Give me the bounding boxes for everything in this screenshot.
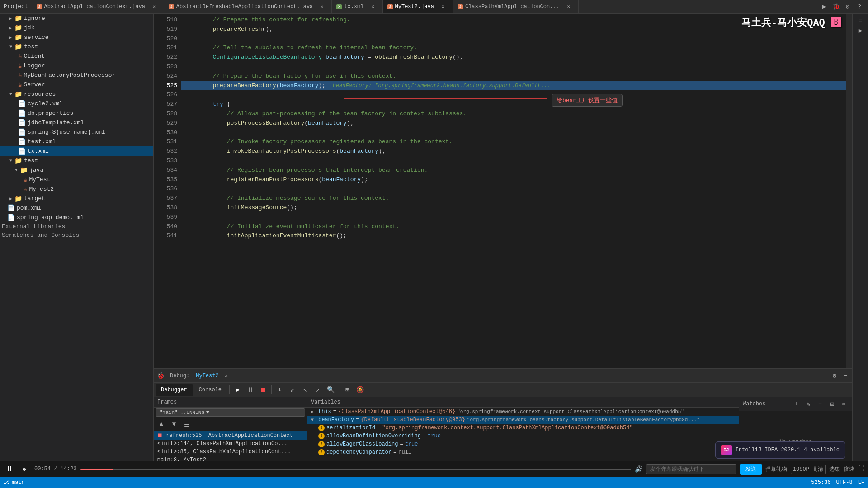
status-bar: ⎇ main 525:36 UTF-8 LF	[0, 477, 868, 488]
var-beanfactory[interactable]: ▼ beanFactory = {DefaultListableBeanFact…	[307, 416, 739, 424]
sidebar-item-client[interactable]: ☕ Client	[0, 52, 153, 61]
step-out-btn[interactable]: ↖	[299, 384, 311, 396]
tab-close-1[interactable]: ✕	[149, 2, 159, 12]
code-line-539	[181, 213, 846, 222]
var-eq-override: =	[423, 433, 426, 439]
sidebar-item-jdk[interactable]: ▶ 📁 jdk	[0, 23, 153, 33]
comment-518: // Prepare this context for refreshing.	[184, 15, 350, 25]
resume-btn[interactable]: ▶	[232, 384, 244, 396]
tab-debugger[interactable]: Debugger	[156, 384, 193, 396]
debug-panel-icon[interactable]: 🐞	[156, 371, 165, 381]
comment-528: // Allows post-processing of the bean fa…	[184, 109, 467, 119]
settings-button[interactable]: ⚙	[843, 2, 853, 12]
watch-edit-btn[interactable]: ✎	[803, 399, 813, 409]
thread-selector[interactable]: "main"...UNNING ▼	[156, 408, 305, 417]
mute-btn[interactable]: 🔕	[354, 384, 366, 396]
volume-icon[interactable]: 🔊	[635, 465, 642, 473]
sidebar-item-cycle2[interactable]: 📄 cycle2.xml	[0, 99, 153, 108]
frame-down-btn[interactable]: ▼	[168, 418, 180, 430]
tab-label-4: MyTest2.java	[395, 4, 434, 10]
right-scrollbar[interactable]	[846, 14, 852, 368]
frame-item-1[interactable]: <init>:144, ClassPathXmlApplicationCo...	[154, 440, 307, 448]
tab-close-2[interactable]: ✕	[317, 2, 327, 12]
sidebar-item-ignore[interactable]: ▶ 📁 ignore	[0, 14, 153, 23]
tab-close-5[interactable]: ✕	[564, 2, 574, 12]
sidebar-item-logger[interactable]: ☕ Logger	[0, 61, 153, 70]
run-button[interactable]: ▶	[819, 2, 829, 12]
barrage-rewards[interactable]: 弹幕礼物	[765, 465, 787, 473]
watch-paste-btn[interactable]: ∞	[839, 399, 849, 409]
tab-close-4[interactable]: ✕	[438, 2, 448, 12]
comment-524: // Prepare the bean factory for use in t…	[184, 72, 396, 81]
watch-add-btn[interactable]: +	[792, 399, 802, 409]
frame-filter-btn[interactable]: ☰	[181, 418, 193, 430]
watch-copy-btn[interactable]: ⧉	[827, 399, 837, 409]
sidebar-item-pom[interactable]: 📄 pom.xml	[0, 203, 153, 213]
sidebar-item-test-folder[interactable]: ▼ 📁 test	[0, 156, 153, 165]
sidebar-item-java-folder[interactable]: ▼ 📁 java	[0, 165, 153, 175]
sidebar-item-service[interactable]: ▶ 📁 service	[0, 33, 153, 42]
restore-layout-btn[interactable]: ⊞	[341, 384, 353, 396]
right-strip-btn-1[interactable]: ≡	[855, 15, 865, 25]
episode-select[interactable]: 选集	[829, 465, 840, 473]
play-pause-btn[interactable]: ⏸	[4, 463, 15, 475]
frame-stop-icon: ⏹	[157, 432, 163, 439]
play-forward-btn[interactable]: ⏭	[19, 463, 31, 475]
debug-settings-btn[interactable]: ⚙	[830, 371, 840, 381]
sidebar-item-spring-user[interactable]: 📄 spring-${username}.xml	[0, 127, 153, 137]
sidebar-item-test-src[interactable]: ▼ 📁 test	[0, 42, 153, 52]
sidebar-item-mytest[interactable]: ☕ MyTest	[0, 175, 153, 184]
evaluate-btn[interactable]: 🔍	[325, 384, 336, 396]
step-into-btn[interactable]: ↙	[287, 384, 298, 396]
run-to-cursor-btn[interactable]: ↗	[312, 384, 324, 396]
sidebar-item-resources[interactable]: ▼ 📁 resources	[0, 89, 153, 99]
debug-session-close[interactable]: ✕	[222, 371, 231, 381]
frame-up-btn[interactable]: ▲	[156, 418, 167, 430]
sidebar-item-scratches[interactable]: Scratches and Consoles	[0, 231, 153, 239]
sidebar-item-jdbc[interactable]: 📄 jdbcTemplate.xml	[0, 118, 153, 127]
intellij-badge[interactable]: IJ IntelliJ IDEA 2020.1.4 available	[715, 441, 845, 459]
sidebar-item-mytest2[interactable]: ☕ MyTest2	[0, 184, 153, 194]
sidebar-item-db[interactable]: 📄 db.properties	[0, 108, 153, 118]
hd-badge[interactable]: 1080P 高清	[791, 465, 826, 474]
help-button[interactable]: ?	[854, 2, 864, 12]
step-over-btn[interactable]: ⬇	[274, 384, 286, 396]
sidebar-item-mybfpp[interactable]: ☕ MyBeanFactoryPostProcessor	[0, 70, 153, 80]
frame-item-0[interactable]: ⏹ refresh:525, AbstractApplicationContex…	[154, 431, 307, 440]
tab-classpathxml[interactable]: J ClassPathXmlApplicationCon... ✕	[453, 0, 579, 13]
tab-console[interactable]: Console	[193, 384, 227, 396]
var-allow-override[interactable]: ! allowBeanDefinitionOverriding = true	[307, 432, 739, 440]
fullscreen-btn[interactable]: ⛶	[858, 465, 864, 473]
sidebar-item-server[interactable]: ☕ Server	[0, 80, 153, 89]
sidebar-item-txxml[interactable]: 📄 tx.xml	[0, 146, 153, 156]
stop-btn[interactable]: ⏹	[257, 384, 269, 396]
watch-remove-btn[interactable]: −	[815, 399, 825, 409]
tab-abstract-app[interactable]: J AbstractApplicationContext.java ✕	[32, 0, 164, 13]
pause-btn[interactable]: ⏸	[245, 384, 256, 396]
sidebar-item-ext-libs[interactable]: External Libraries	[0, 222, 153, 231]
var-eager[interactable]: ! allowEagerClassLoading = true	[307, 440, 739, 448]
progress-bar[interactable]	[80, 469, 631, 470]
var-dep-comp[interactable]: ! dependencyComparator = null	[307, 448, 739, 456]
arrow-ignore: ▶	[7, 16, 14, 21]
debug-minimize-btn[interactable]: −	[840, 371, 850, 381]
code-content[interactable]: // Prepare this context for refreshing. …	[181, 14, 846, 368]
barrage-input[interactable]	[646, 464, 736, 474]
branch-name: main	[12, 479, 25, 486]
frame-item-2[interactable]: <init>:85, ClassPathXmlApplicationCont..…	[154, 448, 307, 456]
var-serialid[interactable]: ! serializationId = "org.springframework…	[307, 424, 739, 432]
sidebar-item-spring-aop[interactable]: 📄 spring_aop_demo.iml	[0, 213, 153, 222]
var-this[interactable]: ▶ this = {ClassPathXmlApplicationContext…	[307, 408, 739, 416]
sidebar-item-target[interactable]: ▶ 📁 target	[0, 194, 153, 203]
send-btn[interactable]: 发送	[740, 464, 762, 475]
code-line-533	[181, 156, 846, 166]
tab-close-3[interactable]: ✕	[368, 2, 378, 12]
tab-abstract-refreshable[interactable]: J AbstractRefreshableApplicationContext.…	[164, 0, 332, 13]
sidebar-item-testxml[interactable]: 📄 test.xml	[0, 137, 153, 146]
speed-control[interactable]: 倍速	[844, 465, 854, 473]
tab-mytest2[interactable]: J MyTest2.java ✕	[383, 0, 453, 13]
right-strip-btn-2[interactable]: ▶	[855, 25, 865, 35]
warn-icon-eager: !	[318, 441, 325, 447]
tab-tx-xml[interactable]: X tx.xml ✕	[332, 0, 382, 13]
debug-button[interactable]: 🐞	[831, 2, 841, 12]
